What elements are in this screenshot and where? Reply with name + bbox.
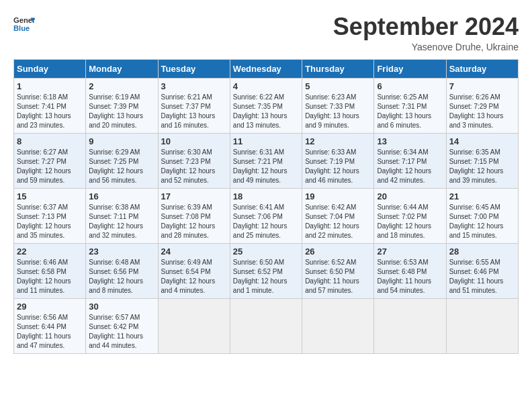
day-number: 29 xyxy=(17,302,83,312)
day-number: 2 xyxy=(89,81,154,91)
calendar-day-14: 14 Sunrise: 6:35 AMSunset: 7:15 PMDaylig… xyxy=(446,133,518,188)
weekday-header-monday: Monday xyxy=(86,59,158,78)
day-number: 11 xyxy=(233,136,299,146)
calendar-day-23: 23 Sunrise: 6:48 AMSunset: 6:56 PMDaylig… xyxy=(86,243,158,298)
day-info: Sunrise: 6:50 AMSunset: 6:52 PMDaylight:… xyxy=(233,258,299,295)
day-info: Sunrise: 6:45 AMSunset: 7:00 PMDaylight:… xyxy=(449,203,515,240)
day-number: 6 xyxy=(377,81,443,91)
day-number: 12 xyxy=(305,136,371,146)
calendar-day-18: 18 Sunrise: 6:41 AMSunset: 7:06 PMDaylig… xyxy=(230,188,302,243)
calendar-day-8: 8 Sunrise: 6:27 AMSunset: 7:27 PMDayligh… xyxy=(14,133,86,188)
day-info: Sunrise: 6:18 AMSunset: 7:41 PMDaylight:… xyxy=(17,93,83,130)
day-number: 3 xyxy=(161,81,227,91)
calendar-day-28: 28 Sunrise: 6:55 AMSunset: 6:46 PMDaylig… xyxy=(446,243,518,298)
calendar-day-11: 11 Sunrise: 6:31 AMSunset: 7:21 PMDaylig… xyxy=(230,133,302,188)
day-number: 7 xyxy=(449,81,515,91)
day-info: Sunrise: 6:56 AMSunset: 6:44 PMDaylight:… xyxy=(17,313,83,351)
day-number: 26 xyxy=(305,246,371,257)
day-number: 24 xyxy=(161,246,227,257)
calendar-day-30: 30 Sunrise: 6:57 AMSunset: 6:42 PMDaylig… xyxy=(86,298,158,353)
calendar-day-26: 26 Sunrise: 6:52 AMSunset: 6:50 PMDaylig… xyxy=(302,243,374,298)
day-info: Sunrise: 6:42 AMSunset: 7:04 PMDaylight:… xyxy=(305,203,371,240)
calendar-day-4: 4 Sunrise: 6:22 AMSunset: 7:35 PMDayligh… xyxy=(230,78,302,133)
calendar-day-29: 29 Sunrise: 6:56 AMSunset: 6:44 PMDaylig… xyxy=(14,298,86,353)
calendar-day-1: 1 Sunrise: 6:18 AMSunset: 7:41 PMDayligh… xyxy=(14,78,86,133)
day-number: 1 xyxy=(17,81,83,91)
day-info: Sunrise: 6:29 AMSunset: 7:25 PMDaylight:… xyxy=(89,148,154,185)
calendar-day-2: 2 Sunrise: 6:19 AMSunset: 7:39 PMDayligh… xyxy=(86,78,158,133)
day-info: Sunrise: 6:37 AMSunset: 7:13 PMDaylight:… xyxy=(17,203,83,240)
empty-cell xyxy=(230,298,302,353)
day-info: Sunrise: 6:21 AMSunset: 7:37 PMDaylight:… xyxy=(161,93,227,130)
day-number: 19 xyxy=(305,191,371,201)
calendar-week-row: 29 Sunrise: 6:56 AMSunset: 6:44 PMDaylig… xyxy=(14,298,519,353)
month-title: September 2024 xyxy=(333,13,519,40)
day-info: Sunrise: 6:41 AMSunset: 7:06 PMDaylight:… xyxy=(233,203,299,240)
calendar-day-13: 13 Sunrise: 6:34 AMSunset: 7:17 PMDaylig… xyxy=(374,133,446,188)
day-number: 14 xyxy=(449,136,515,146)
day-info: Sunrise: 6:57 AMSunset: 6:42 PMDaylight:… xyxy=(89,313,154,351)
weekday-header-row: SundayMondayTuesdayWednesdayThursdayFrid… xyxy=(14,59,519,78)
weekday-header-tuesday: Tuesday xyxy=(158,59,230,78)
day-number: 18 xyxy=(233,191,299,201)
weekday-header-sunday: Sunday xyxy=(14,59,86,78)
logo-icon: General Blue xyxy=(13,13,35,35)
day-info: Sunrise: 6:44 AMSunset: 7:02 PMDaylight:… xyxy=(377,203,443,240)
calendar-day-24: 24 Sunrise: 6:49 AMSunset: 6:54 PMDaylig… xyxy=(158,243,230,298)
calendar-day-21: 21 Sunrise: 6:45 AMSunset: 7:00 PMDaylig… xyxy=(446,188,518,243)
day-info: Sunrise: 6:22 AMSunset: 7:35 PMDaylight:… xyxy=(233,93,299,130)
calendar-day-19: 19 Sunrise: 6:42 AMSunset: 7:04 PMDaylig… xyxy=(302,188,374,243)
day-number: 21 xyxy=(449,191,515,201)
title-block: September 2024 Yasenove Druhe, Ukraine xyxy=(333,13,519,52)
day-number: 4 xyxy=(233,81,299,91)
calendar-week-row: 22 Sunrise: 6:46 AMSunset: 6:58 PMDaylig… xyxy=(14,243,519,298)
day-number: 10 xyxy=(161,136,227,146)
calendar-day-22: 22 Sunrise: 6:46 AMSunset: 6:58 PMDaylig… xyxy=(14,243,86,298)
empty-cell xyxy=(374,298,446,353)
day-number: 16 xyxy=(89,191,154,201)
day-number: 13 xyxy=(377,136,443,146)
calendar-day-6: 6 Sunrise: 6:25 AMSunset: 7:31 PMDayligh… xyxy=(374,78,446,133)
day-number: 15 xyxy=(17,191,83,201)
empty-cell xyxy=(302,298,374,353)
day-info: Sunrise: 6:33 AMSunset: 7:19 PMDaylight:… xyxy=(305,148,371,185)
day-info: Sunrise: 6:35 AMSunset: 7:15 PMDaylight:… xyxy=(449,148,515,185)
weekday-header-thursday: Thursday xyxy=(302,59,374,78)
day-info: Sunrise: 6:38 AMSunset: 7:11 PMDaylight:… xyxy=(89,203,154,240)
empty-cell xyxy=(158,298,230,353)
calendar-day-7: 7 Sunrise: 6:26 AMSunset: 7:29 PMDayligh… xyxy=(446,78,518,133)
calendar-week-row: 15 Sunrise: 6:37 AMSunset: 7:13 PMDaylig… xyxy=(14,188,519,243)
day-info: Sunrise: 6:49 AMSunset: 6:54 PMDaylight:… xyxy=(161,258,227,295)
day-info: Sunrise: 6:48 AMSunset: 6:56 PMDaylight:… xyxy=(89,258,154,295)
day-info: Sunrise: 6:31 AMSunset: 7:21 PMDaylight:… xyxy=(233,148,299,185)
svg-text:Blue: Blue xyxy=(13,24,30,32)
calendar-day-27: 27 Sunrise: 6:53 AMSunset: 6:48 PMDaylig… xyxy=(374,243,446,298)
day-number: 9 xyxy=(89,136,154,146)
empty-cell xyxy=(446,298,518,353)
calendar-day-9: 9 Sunrise: 6:29 AMSunset: 7:25 PMDayligh… xyxy=(86,133,158,188)
day-info: Sunrise: 6:25 AMSunset: 7:31 PMDaylight:… xyxy=(377,93,443,130)
calendar-day-16: 16 Sunrise: 6:38 AMSunset: 7:11 PMDaylig… xyxy=(86,188,158,243)
calendar-week-row: 1 Sunrise: 6:18 AMSunset: 7:41 PMDayligh… xyxy=(14,78,519,133)
calendar-day-17: 17 Sunrise: 6:39 AMSunset: 7:08 PMDaylig… xyxy=(158,188,230,243)
day-number: 5 xyxy=(305,81,371,91)
location: Yasenove Druhe, Ukraine xyxy=(333,42,519,52)
day-number: 8 xyxy=(17,136,83,146)
day-info: Sunrise: 6:19 AMSunset: 7:39 PMDaylight:… xyxy=(89,93,154,130)
page-header: General Blue September 2024 Yasenove Dru… xyxy=(13,13,519,52)
calendar-week-row: 8 Sunrise: 6:27 AMSunset: 7:27 PMDayligh… xyxy=(14,133,519,188)
day-number: 30 xyxy=(89,302,154,312)
weekday-header-wednesday: Wednesday xyxy=(230,59,302,78)
day-info: Sunrise: 6:27 AMSunset: 7:27 PMDaylight:… xyxy=(17,148,83,185)
calendar-day-10: 10 Sunrise: 6:30 AMSunset: 7:23 PMDaylig… xyxy=(158,133,230,188)
day-info: Sunrise: 6:30 AMSunset: 7:23 PMDaylight:… xyxy=(161,148,227,185)
calendar-day-20: 20 Sunrise: 6:44 AMSunset: 7:02 PMDaylig… xyxy=(374,188,446,243)
day-info: Sunrise: 6:26 AMSunset: 7:29 PMDaylight:… xyxy=(449,93,515,130)
day-info: Sunrise: 6:39 AMSunset: 7:08 PMDaylight:… xyxy=(161,203,227,240)
weekday-header-friday: Friday xyxy=(374,59,446,78)
day-info: Sunrise: 6:55 AMSunset: 6:46 PMDaylight:… xyxy=(449,258,515,295)
day-info: Sunrise: 6:34 AMSunset: 7:17 PMDaylight:… xyxy=(377,148,443,185)
day-info: Sunrise: 6:52 AMSunset: 6:50 PMDaylight:… xyxy=(305,258,371,295)
day-number: 22 xyxy=(17,246,83,257)
calendar-day-15: 15 Sunrise: 6:37 AMSunset: 7:13 PMDaylig… xyxy=(14,188,86,243)
